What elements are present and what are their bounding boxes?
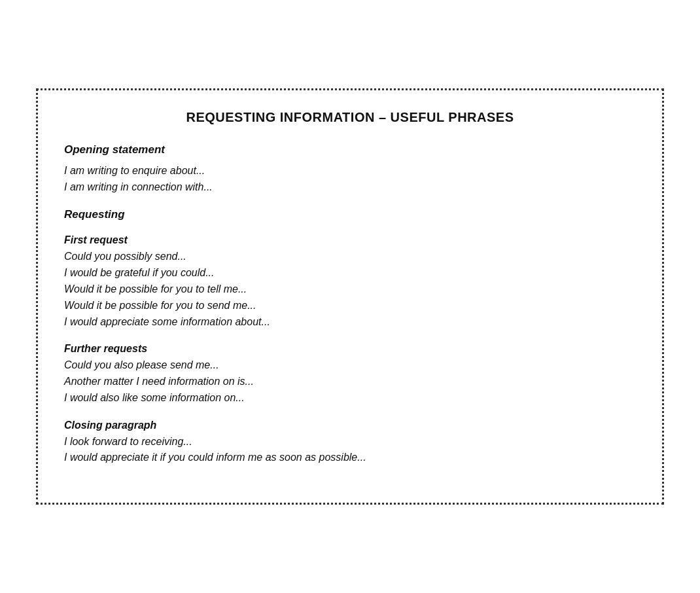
section-opening-statement: Opening statement I am writing to enquir…: [64, 143, 636, 196]
phrase-further-2: Another matter I need information on is.…: [64, 374, 636, 390]
section-requesting: Requesting: [64, 208, 636, 221]
subsection-first-request: First request Could you possibly send...…: [64, 234, 636, 330]
phrase-2: I am writing in connection with...: [64, 179, 636, 196]
phrase-first-3: Would it be possible for you to tell me.…: [64, 281, 636, 298]
subheading-closing-paragraph: Closing paragraph: [64, 420, 636, 431]
heading-opening-statement: Opening statement: [64, 143, 636, 156]
phrase-first-5: I would appreciate some information abou…: [64, 314, 636, 331]
phrase-first-1: Could you possibly send...: [64, 249, 636, 265]
subsection-closing-paragraph: Closing paragraph I look forward to rece…: [64, 420, 636, 467]
main-card: REQUESTING INFORMATION – USEFUL PHRASES …: [36, 88, 664, 505]
phrase-further-1: Could you also please send me...: [64, 357, 636, 374]
phrase-further-3: I would also like some information on...: [64, 390, 636, 406]
phrase-closing-1: I look forward to receiving...: [64, 434, 636, 450]
subsection-further-requests: Further requests Could you also please s…: [64, 343, 636, 406]
heading-requesting: Requesting: [64, 208, 636, 221]
phrases-opening-statement: I am writing to enquire about... I am wr…: [64, 163, 636, 196]
phrase-1: I am writing to enquire about...: [64, 163, 636, 179]
phrase-closing-2: I would appreciate it if you could infor…: [64, 450, 636, 466]
phrase-first-2: I would be grateful if you could...: [64, 265, 636, 281]
main-title: REQUESTING INFORMATION – USEFUL PHRASES: [64, 110, 636, 125]
subheading-further-requests: Further requests: [64, 343, 636, 355]
phrase-first-4: Would it be possible for you to send me.…: [64, 298, 636, 314]
subheading-first-request: First request: [64, 234, 636, 246]
